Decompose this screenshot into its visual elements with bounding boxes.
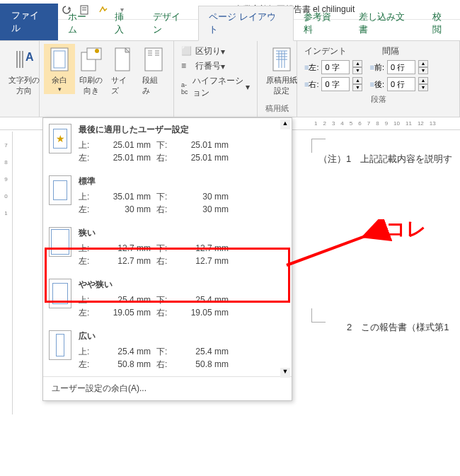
spinner-up[interactable]: ▲ xyxy=(352,77,362,84)
margins-dropdown: ▲ ★最後に適用したユーザー設定 上:25.01 mm下:25.01 mm 左:… xyxy=(42,117,292,401)
svg-rect-18 xyxy=(145,48,162,71)
tab-home[interactable]: ホーム xyxy=(58,6,105,40)
margin-preset-3[interactable]: やや狭い 上:25.4 mm下:25.4 mm 左:19.05 mm右:19.0… xyxy=(43,273,292,325)
tab-layout[interactable]: ページ レイアウト xyxy=(198,6,293,41)
indent-left-input[interactable] xyxy=(321,60,350,74)
spinner-up[interactable]: ▲ xyxy=(352,60,362,67)
spacing-before-input[interactable] xyxy=(387,60,415,74)
spacing-label: 間隔 xyxy=(382,45,399,57)
doc-item2: 2 この報告書（様式第1 xyxy=(347,321,460,334)
margins-button[interactable]: 余白 ▾ xyxy=(44,44,75,94)
text-direction-button[interactable]: A 文字列の 方向 xyxy=(4,44,44,98)
scroll-down[interactable]: ▼ xyxy=(280,368,290,378)
indent-label: インデント xyxy=(304,45,382,57)
svg-line-33 xyxy=(287,230,382,265)
custom-margins-button[interactable]: ユーザー設定の余白(A)... xyxy=(43,376,292,400)
size-button[interactable]: サイズ xyxy=(107,44,138,98)
tab-insert[interactable]: 挿入 xyxy=(105,6,142,40)
spinner-up[interactable]: ▲ xyxy=(418,77,428,84)
vertical-ruler: 7 8 9 0 1 xyxy=(0,132,13,414)
scroll-up[interactable]: ▲ xyxy=(280,120,290,129)
spacing-after-input[interactable] xyxy=(387,77,415,91)
svg-rect-15 xyxy=(87,48,101,59)
svg-point-16 xyxy=(95,49,99,53)
tab-references[interactable]: 参考資料 xyxy=(294,6,349,40)
indent-right-input[interactable] xyxy=(321,77,350,91)
hyphenation-button[interactable]: a-bcハイフネーション ▾ xyxy=(178,74,253,100)
tab-mailings[interactable]: 差し込み文書 xyxy=(349,6,422,40)
columns-button[interactable]: 段組み xyxy=(138,44,169,98)
margin-preset-1[interactable]: 標準 上:35.01 mm下:30 mm 左:30 mm右:30 mm xyxy=(43,170,292,221)
margin-preset-2[interactable]: 狭い 上:12.7 mm下:12.7 mm 左:12.7 mm右:12.7 mm xyxy=(43,221,292,273)
manuscript-button[interactable]: 原稿用紙 設定 xyxy=(262,44,301,98)
tab-review[interactable]: 校閲 xyxy=(422,6,460,40)
orientation-button[interactable]: 印刷の 向き xyxy=(75,44,107,98)
spinner-down[interactable]: ▼ xyxy=(418,67,428,74)
doc-note: （注）1 上記記載内容を説明す xyxy=(318,153,460,166)
svg-text:A: A xyxy=(25,51,34,63)
breaks-button[interactable]: ⬜区切り ▾ xyxy=(178,44,253,59)
annotation-arrow xyxy=(276,219,396,283)
spinner-down[interactable]: ▼ xyxy=(352,84,362,91)
line-numbers-button[interactable]: ≡行番号 ▾ xyxy=(178,59,253,74)
margin-preset-0[interactable]: ★最後に適用したユーザー設定 上:25.01 mm下:25.01 mm 左:25… xyxy=(43,118,292,170)
tab-design[interactable]: デザイン xyxy=(143,6,198,40)
paragraph-group-label: 段落 xyxy=(301,93,455,105)
tab-file[interactable]: ファイル xyxy=(0,4,58,40)
spinner-down[interactable]: ▼ xyxy=(352,67,362,74)
margin-preset-4[interactable]: 広い 上:25.4 mm下:25.4 mm 左:50.8 mm右:50.8 mm xyxy=(43,325,292,376)
spinner-down[interactable]: ▼ xyxy=(418,84,428,91)
manuscript-group-label: 稿用紙 xyxy=(262,102,292,114)
spinner-up[interactable]: ▲ xyxy=(418,60,428,67)
